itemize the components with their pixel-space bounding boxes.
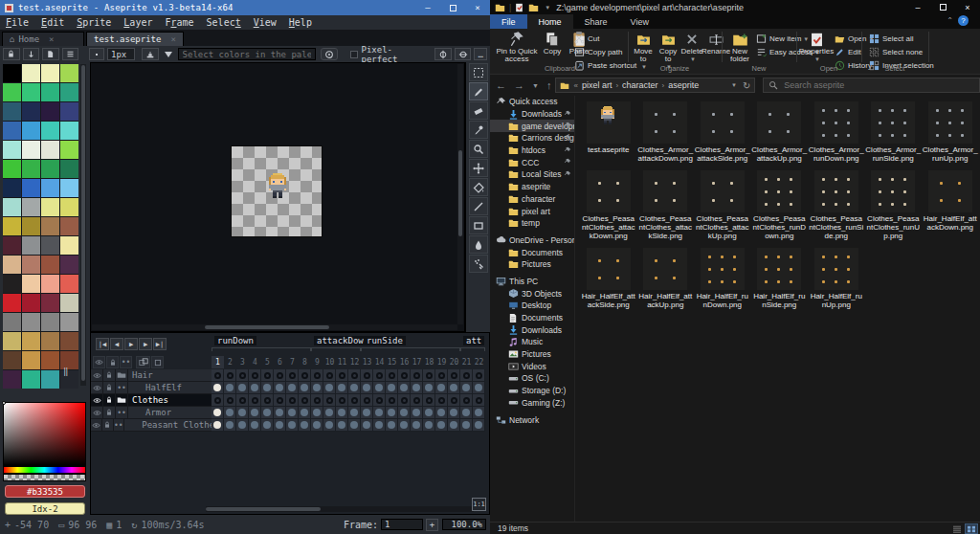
cel-14[interactable] [373,382,386,394]
palette-color-58[interactable] [41,332,59,350]
cel-13[interactable] [361,369,373,382]
sidebar-item-onedrive-personal[interactable]: OneDrive - Personal [490,234,574,247]
cel-20[interactable] [448,394,460,407]
cel-21[interactable] [460,369,473,382]
timeline-tag-att[interactable]: att [460,336,485,351]
palette-color-26[interactable] [41,179,59,197]
palette-color-61[interactable] [22,351,40,369]
cel-2[interactable] [224,382,236,394]
sidebar-item-temp[interactable]: temp [490,217,574,230]
sidebar-item-downloads[interactable]: Downloads [490,323,574,336]
menu-layer[interactable]: Layer [123,17,152,28]
sidebar-item-htdocs[interactable]: htdocs [490,145,574,157]
layer-namecol[interactable]: ••HalfElf [91,382,212,394]
layer-lock-icon[interactable] [103,394,116,406]
layer-name[interactable]: Hair [128,370,153,380]
cel-13[interactable] [361,407,373,419]
palette-color-21[interactable] [22,160,40,178]
layer-lock-icon[interactable] [102,419,114,431]
palette-color-59[interactable] [60,332,78,350]
frame-number-17[interactable]: 17 [411,356,423,368]
sidebar-item-aseprite[interactable]: aseprite [490,181,574,193]
file-item[interactable]: Clothes_PeasantClothes_attackSide.png [637,170,695,240]
cel-3[interactable] [236,419,249,432]
frame-number-13[interactable]: 13 [361,356,373,368]
palette-color-42[interactable] [41,256,59,274]
file-item[interactable]: Clothes_Armor_runSide.png [865,101,923,163]
cel-15[interactable] [386,382,398,394]
file-item[interactable]: Hair_HalfElf_attackUp.png [637,248,695,309]
cel-3[interactable] [236,394,249,407]
palette-color-29[interactable] [22,198,40,216]
dynamics-button[interactable] [321,48,338,60]
ribbon-new-folder-button[interactable]: New folder [725,31,754,63]
cel-3[interactable] [236,382,249,394]
frame-number-19[interactable]: 19 [435,356,448,368]
cel-17[interactable] [411,382,423,394]
file-item[interactable]: Clothes_PeasantClothes_runDown.png [751,170,809,240]
sidebar-item-music[interactable]: Music [490,336,574,348]
tool-eraser[interactable] [469,101,488,120]
menu-help[interactable]: Help [289,17,312,28]
file-item[interactable]: Clothes_Armor_attackUp.png [751,101,809,163]
menu-frame[interactable]: Frame [165,17,193,28]
layer-namecol[interactable]: Clothes [91,394,212,407]
cel-16[interactable] [398,369,411,382]
cel-9[interactable] [311,369,323,382]
palette-color-11[interactable] [60,102,78,121]
tool-pencil[interactable] [469,82,488,100]
prev-frame-icon[interactable]: ◀ [110,338,123,350]
cel-20[interactable] [448,382,460,394]
frame-number-10[interactable]: 10 [323,356,336,368]
palette-color-56[interactable] [3,332,21,350]
cel-15[interactable] [386,394,398,407]
cel-20[interactable] [448,369,460,382]
cel-4[interactable] [249,382,261,394]
layer-link-icon[interactable]: •• [114,419,125,431]
explorer-titlebar[interactable]: | ▼ Z:\game development\pixel art\charac… [490,0,980,14]
thumbnails-view-button[interactable] [965,523,978,534]
cel-7[interactable] [286,369,299,382]
tab-test-aseprite[interactable]: test.aseprite× [86,32,184,46]
ribbon-collapse-caret[interactable]: ⌃ [947,16,953,25]
palette-color-18[interactable] [41,141,59,159]
ink-dropdown[interactable] [162,48,175,60]
palette-color-31[interactable] [60,198,78,216]
recent-locations-caret[interactable]: ▼ [532,82,539,89]
details-view-button[interactable] [950,523,964,534]
palette-color-41[interactable] [22,256,40,274]
palette-color-6[interactable] [41,83,59,101]
timeline-hscrollbar[interactable] [206,506,474,512]
layer-folder-icon[interactable] [116,394,128,406]
frame-number-12[interactable]: 12 [348,356,361,368]
palette-color-10[interactable] [41,102,59,121]
palette-color-48[interactable] [3,294,21,312]
cel-18[interactable] [423,407,435,419]
sidebar-item-3d-objects[interactable]: 3D Objects [490,287,574,300]
ink-palette-field[interactable] [178,48,316,60]
cel-2[interactable] [224,407,236,419]
zoom-level-input[interactable]: 100.0% [442,519,486,530]
file-item[interactable]: Clothes_Armor_runUp.png [922,101,979,163]
frame-number-15[interactable]: 15 [386,356,398,368]
palette-color-2[interactable] [41,64,59,82]
cel-12[interactable] [348,407,361,419]
palette-color-8[interactable] [3,102,21,121]
new-frame-button[interactable]: + [426,519,438,531]
cel-10[interactable] [323,419,336,432]
layer-eye-icon[interactable] [91,419,102,431]
file-item[interactable]: Clothes_PeasantClothes_runUp.png [865,170,923,240]
sidebar-item-os-c-[interactable]: OS (C:) [490,372,574,385]
palette-color-14[interactable] [41,122,59,140]
cel-12[interactable] [348,419,361,432]
cel-7[interactable] [286,394,299,407]
cel-19[interactable] [435,382,448,394]
file-item[interactable]: Clothes_Armor_attackDown.png [637,101,695,163]
qat-properties-icon[interactable] [515,3,523,12]
qat-new-folder-icon[interactable] [528,3,539,12]
layer-row-halfelf[interactable]: ••HalfElf [91,382,491,394]
sidebar-item-documents[interactable]: Documents [490,246,574,258]
cel-17[interactable] [411,407,423,419]
cel-6[interactable] [274,369,286,382]
ribbon-tab-view[interactable]: View [619,14,660,29]
